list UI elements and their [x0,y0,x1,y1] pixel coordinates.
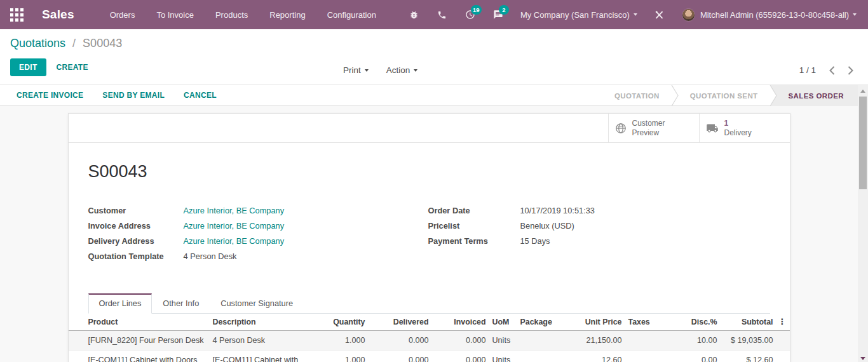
statusbar-buttons: CREATE INVOICE SEND BY EMAIL CANCEL [17,91,217,100]
caret-down-icon [365,69,369,72]
invoice-address-link[interactable]: Azure Interior, BE Company [184,221,285,231]
caret-down-icon [414,69,417,72]
systray: 19 2 My Company (San Francisco) Mitchell… [409,8,857,22]
avatar [682,8,695,22]
step-arrow-icon [671,85,679,106]
scroll-up-icon[interactable] [860,90,865,93]
field-invoice-address: Invoice Address Azure Interior, BE Compa… [88,221,428,236]
pricelist-value: Benelux (USD) [520,221,574,231]
breadcrumb-separator: / [72,37,76,50]
step-quotation-sent[interactable]: QUOTATION SENT [679,85,770,106]
chevron-right-icon[interactable] [848,66,854,75]
apps-grid-icon [10,8,24,22]
stat-button-label: Customer Preview [632,119,693,137]
menu-to-invoice[interactable]: To Invoice [156,10,194,20]
tools-icon[interactable] [654,9,665,20]
cell-product: [E-COM11] Cabinet with Doors [69,351,210,362]
fields-left-column: Customer Azure Interior, BE Company Invo… [88,206,428,267]
menu-products[interactable]: Products [215,10,248,20]
cell-description: 4 Person Desk [210,331,318,351]
vertical-scrollbar[interactable] [858,85,868,362]
kebab-options-icon[interactable]: ⋮ [778,318,787,326]
field-label: Invoice Address [88,221,184,231]
cell-unit-price: 21,150.00 [575,331,626,351]
cell-subtotal: $ 19,035.00 [721,331,777,351]
create-invoice-button[interactable]: CREATE INVOICE [17,91,83,100]
phone-icon[interactable] [437,9,448,20]
cell-quantity: 1.000 [318,351,369,362]
edit-button[interactable]: EDIT [10,58,46,76]
apps-menu-button[interactable] [9,7,24,22]
tab-customer-signature[interactable]: Customer Signature [210,293,304,314]
navbar: Sales Orders To Invoice Products Reporti… [0,0,868,29]
chevron-left-icon[interactable] [829,66,835,75]
content-area: Customer Preview 1 Delivery S00043 [0,106,858,362]
user-menu[interactable]: Mitchell Admin (655926-13-0-80c458-all) [682,8,857,22]
table-header-row: Product Description Quantity Delivered I… [69,314,790,331]
field-order-date: Order Date 10/17/2019 10:51:33 [428,206,770,221]
cell-taxes [626,351,668,362]
col-header-description: Description [210,314,318,331]
cell-subtotal: $ 12.60 [721,351,777,362]
print-dropdown[interactable]: Print [343,65,369,75]
globe-icon [615,123,627,134]
tab-other-info[interactable]: Other Info [152,293,210,314]
field-pricelist: Pricelist Benelux (USD) [428,221,770,236]
notebook-tabs: Order Lines Other Info Customer Signatur… [88,293,770,314]
field-delivery-address: Delivery Address Azure Interior, BE Comp… [88,236,428,251]
table-row[interactable]: [E-COM11] Cabinet with Doors [E-COM11] C… [69,351,790,362]
cell-disc: 0.00 [668,351,721,362]
form-sheet: Customer Preview 1 Delivery S00043 [68,113,790,362]
cell-package [518,331,575,351]
control-panel-buttons: EDIT CREATE [10,58,868,76]
messages-chat-icon[interactable]: 2 [492,9,504,20]
field-group: Customer Azure Interior, BE Company Invo… [88,206,770,267]
send-by-email-button[interactable]: SEND BY EMAIL [102,91,165,100]
app-brand[interactable]: Sales [42,8,74,22]
scroll-down-icon[interactable] [860,357,865,360]
step-sales-order[interactable]: SALES ORDER [777,85,858,106]
col-header-subtotal: Subtotal [721,314,777,331]
cell-package [518,351,575,362]
menu-reporting[interactable]: Reporting [269,10,305,20]
field-payment-terms: Payment Terms 15 Days [428,236,770,251]
col-header-invoiced: Invoiced [433,314,490,331]
cell-spacer [777,351,790,362]
col-header-delivered: Delivered [369,314,433,331]
breadcrumb: Quotations / S00043 [10,37,868,50]
pager-value[interactable]: 1 / 1 [799,65,816,75]
customer-link[interactable]: Azure Interior, BE Company [184,206,285,215]
cell-unit-price: 12.60 [575,351,626,362]
step-quotation[interactable]: QUOTATION [603,85,671,106]
col-header-product: Product [69,314,210,331]
cell-delivered: 0.000 [369,331,433,351]
main-menu: Orders To Invoice Products Reporting Con… [110,10,376,20]
col-header-taxes: Taxes [626,314,668,331]
debug-bug-icon[interactable] [409,9,420,20]
menu-configuration[interactable]: Configuration [327,10,376,20]
table-row[interactable]: [FURN_8220] Four Person Desk 4 Person De… [69,331,790,351]
cell-taxes [626,331,668,351]
breadcrumb-current: S00043 [83,37,122,50]
company-switcher[interactable]: My Company (San Francisco) [520,10,637,20]
col-header-disc: Disc.% [668,314,721,331]
field-customer: Customer Azure Interior, BE Company [88,206,428,221]
stat-button-label: Delivery [724,128,752,137]
order-lines-table: Product Description Quantity Delivered I… [69,314,790,362]
delivery-button[interactable]: 1 Delivery [699,114,790,142]
stat-button-row: Customer Preview 1 Delivery [69,114,790,143]
cell-description: [E-COM11] Cabinet with Doors [210,351,318,362]
cancel-button[interactable]: CANCEL [184,91,217,100]
menu-orders[interactable]: Orders [110,10,135,20]
breadcrumb-quotations-link[interactable]: Quotations [10,37,65,50]
action-dropdown[interactable]: Action [386,65,418,75]
quotation-template-value: 4 Person Desk [184,251,237,261]
customer-preview-button[interactable]: Customer Preview [608,114,699,142]
scrollbar-thumb[interactable] [859,97,867,189]
delivery-count: 1 [724,119,752,128]
create-button[interactable]: CREATE [57,63,88,72]
delivery-address-link[interactable]: Azure Interior, BE Company [184,236,285,246]
tab-order-lines[interactable]: Order Lines [88,293,153,314]
activities-clock-icon[interactable]: 19 [465,9,476,20]
field-label: Pricelist [428,221,520,231]
